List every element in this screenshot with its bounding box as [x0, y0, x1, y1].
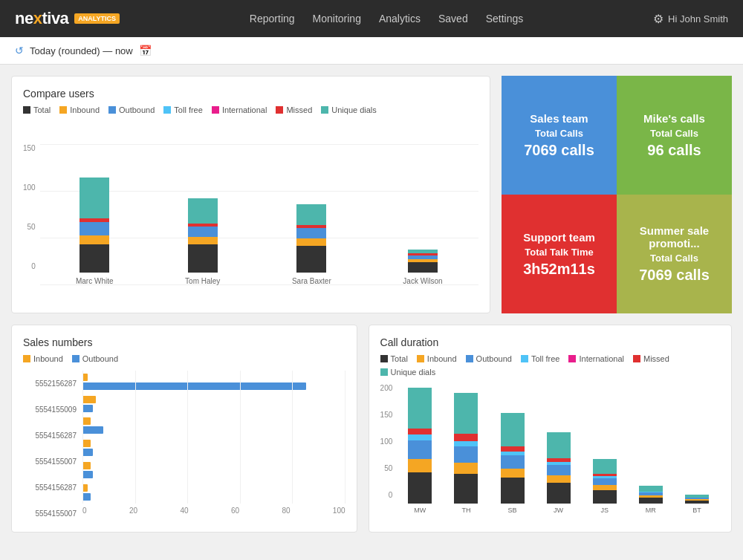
- bar-group: Jack Wilson: [403, 250, 442, 285]
- h-chart-body: 020406080100: [82, 371, 345, 527]
- nav-links: Reporting Monitoring Analytics Saved Set…: [250, 13, 523, 25]
- h-y-label: 5552156287: [23, 380, 77, 388]
- cd-stacked-bar: [408, 388, 432, 504]
- cd-bar-segment: [593, 459, 617, 474]
- cd-chart-body: MWTHSBJWJSMRBT: [397, 384, 720, 514]
- toolbar: ↺ Today (rounded) — now 📅: [0, 37, 743, 65]
- legend-color: [108, 106, 116, 114]
- stacked-bar: [296, 204, 326, 273]
- user-greeting: Hi John Smith: [668, 13, 728, 25]
- h-y-label: 5554156287: [23, 484, 77, 492]
- calendar-icon[interactable]: 📅: [139, 45, 152, 56]
- cd-bar-segment: [408, 440, 432, 459]
- y-label: 200: [380, 384, 393, 392]
- legend-label: Inbound: [70, 105, 100, 114]
- legend-label: Toll free: [531, 354, 560, 363]
- legend-color: [23, 355, 30, 362]
- y-label: 100: [380, 437, 393, 446]
- legend-item: Unique dials: [321, 105, 377, 114]
- legend-item: Outbound: [72, 354, 118, 363]
- h-y-axis: 5552156287555415500955541562875554155007…: [23, 371, 82, 527]
- legend-color: [72, 355, 80, 362]
- legend-item: Inbound: [417, 354, 457, 363]
- cd-stacked-bar: [685, 495, 709, 504]
- cd-bar-label: JW: [554, 507, 563, 514]
- cd-bar-segment: [639, 498, 663, 504]
- cd-bar-segment: [454, 441, 478, 446]
- nav-saved[interactable]: Saved: [438, 13, 468, 25]
- y-label: 0: [23, 262, 36, 270]
- legend-item: Inbound: [23, 354, 63, 363]
- cd-bar-segment: [593, 485, 617, 490]
- cd-bar-group: SB: [501, 413, 525, 514]
- y-label: 0: [380, 491, 393, 499]
- h-grid-line: [345, 371, 345, 504]
- cd-bar-segment: [408, 429, 432, 434]
- h-y-label: 5554155009: [23, 406, 77, 414]
- bar-group: Tom Haley: [185, 198, 220, 285]
- legend-color: [59, 106, 67, 114]
- h-y-label: 5554155007: [23, 458, 77, 466]
- cd-bar-segment: [408, 434, 432, 440]
- h-grid-line: [82, 371, 83, 504]
- cd-bar-segment: [501, 478, 525, 504]
- cd-bar-segment: [454, 474, 478, 504]
- legend-item: Inbound: [59, 105, 100, 114]
- kpi-tile[interactable]: Summer sale promoti... Total Calls 7069 …: [617, 195, 732, 313]
- legend-item: Missed: [276, 105, 312, 114]
- cd-y-axis: 200150100500: [380, 384, 398, 514]
- bar-segment: [408, 262, 438, 273]
- y-label: 100: [23, 183, 36, 192]
- kpi-tile[interactable]: Support team Total Talk Time 3h52m11s: [502, 195, 617, 313]
- legend-label: Inbound: [33, 354, 63, 363]
- kpi-metric: Total Talk Time: [525, 247, 593, 258]
- bar-segment: [188, 237, 218, 244]
- header: nextiva ANALYTICS Reporting Monitoring A…: [0, 0, 743, 37]
- nav-reporting[interactable]: Reporting: [250, 13, 295, 25]
- nav-monitoring[interactable]: Monitoring: [313, 13, 361, 25]
- stacked-bar: [408, 250, 438, 273]
- nav-analytics[interactable]: Analytics: [379, 13, 421, 25]
- cd-stacked-bar: [454, 393, 478, 504]
- cd-bar-group: MW: [408, 388, 432, 514]
- bar-segment: [188, 198, 218, 224]
- h-grid-line: [240, 371, 241, 504]
- cd-bar-label: JS: [600, 507, 609, 514]
- cd-bar-segment: [454, 463, 478, 474]
- call-duration-legend: TotalInboundOutboundToll freeInternation…: [380, 354, 720, 377]
- cd-bar-segment: [454, 446, 478, 463]
- y-label: 50: [23, 223, 36, 231]
- date-range: Today (rounded) — now: [30, 45, 133, 56]
- kpi-name: Support team: [523, 231, 595, 244]
- y-label: 150: [23, 144, 36, 152]
- sales-legend: InboundOutbound: [23, 354, 345, 363]
- legend-label: International: [222, 105, 267, 114]
- kpi-tile[interactable]: Mike's calls Total Calls 96 calls: [617, 76, 732, 195]
- cd-stacked-bar: [639, 486, 663, 504]
- h-y-label: 5554156287: [23, 432, 77, 440]
- cd-bar-segment: [593, 490, 617, 504]
- gear-icon[interactable]: ⚙: [653, 12, 663, 26]
- cd-bar-segment: [408, 472, 432, 504]
- h-grid-line: [292, 371, 293, 504]
- legend-label: Total: [33, 105, 51, 114]
- legend-label: Total: [391, 354, 408, 363]
- h-grid-line: [135, 371, 136, 504]
- compare-users-card: Compare users TotalInboundOutboundToll f…: [11, 76, 490, 313]
- bar-segment: [296, 228, 326, 238]
- chart-body: Marc WhiteTom HaleySara BaxterJack Wilso…: [40, 144, 478, 285]
- legend-color: [521, 355, 528, 362]
- legend-label: Unique dials: [391, 368, 436, 377]
- cd-stacked-bar: [593, 459, 617, 504]
- x-label: 100: [333, 507, 345, 515]
- cd-bar-segment: [547, 465, 571, 475]
- nav-settings[interactable]: Settings: [486, 13, 524, 25]
- kpi-tile[interactable]: Sales team Total Calls 7069 calls: [502, 76, 617, 195]
- cd-bar-segment: [501, 455, 525, 469]
- bar-segment: [188, 227, 218, 237]
- refresh-icon[interactable]: ↺: [15, 45, 24, 56]
- cd-bar-segment: [639, 486, 663, 492]
- call-duration-title: Call duration: [380, 336, 720, 348]
- cd-chart-area: 200150100500 MWTHSBJWJSMRBT: [380, 384, 720, 533]
- legend-item: Total: [23, 105, 51, 114]
